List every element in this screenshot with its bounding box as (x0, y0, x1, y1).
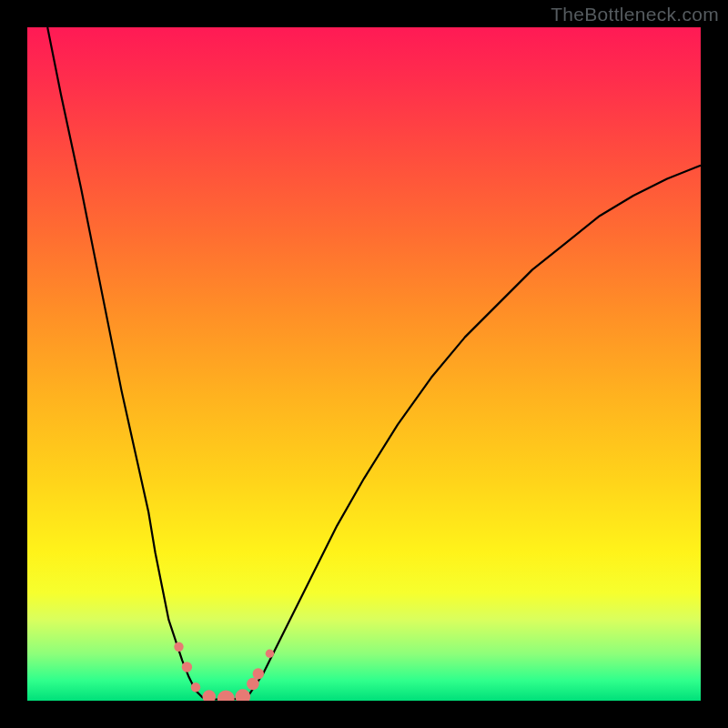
data-marker (253, 668, 264, 679)
data-marker (191, 682, 200, 692)
plot-area (27, 27, 701, 701)
data-markers (174, 642, 274, 701)
data-marker (236, 689, 251, 701)
chart-svg (27, 27, 701, 701)
data-marker (174, 642, 183, 652)
data-marker (247, 678, 259, 691)
data-marker (217, 690, 235, 701)
data-marker (182, 662, 192, 672)
chart-frame: TheBottleneck.com (0, 0, 728, 728)
watermark-text: TheBottleneck.com (551, 4, 719, 25)
curve-path (47, 27, 701, 700)
bottleneck-curve (47, 27, 701, 700)
data-marker (203, 690, 217, 701)
data-marker (266, 650, 274, 658)
